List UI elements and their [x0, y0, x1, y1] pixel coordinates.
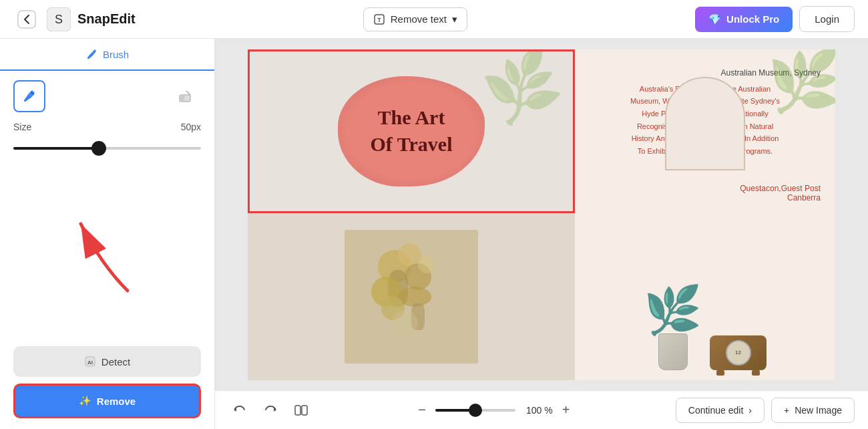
plant-leaves: 🌿 — [644, 287, 702, 333]
vase-card: 🌿 12 — [575, 213, 835, 380]
clock-face: 12 — [726, 340, 751, 366]
bottom-toolbar: − 100 % + Continue edit › + New Image — [215, 390, 868, 429]
remove-text-button[interactable]: T Remove text ▾ — [363, 7, 467, 31]
login-button[interactable]: Login — [799, 6, 855, 32]
svg-rect-0 — [18, 11, 35, 28]
toolbar-left — [228, 399, 312, 422]
continue-arrow-icon: › — [748, 405, 752, 416]
clock-foot-right — [752, 370, 760, 376]
eraser-icon — [177, 88, 193, 104]
new-image-button[interactable]: + New Image — [771, 398, 855, 423]
zoom-plus-button[interactable]: + — [560, 400, 573, 420]
toolbar-right: Continue edit › + New Image — [676, 398, 855, 423]
unlock-pro-button[interactable]: 💎 Unlock Pro — [695, 7, 793, 32]
zoom-slider[interactable] — [435, 409, 515, 412]
zoom-minus-button[interactable]: − — [415, 400, 429, 420]
arrow-area — [0, 166, 214, 335]
art-text: The Art Of Travel — [370, 104, 452, 158]
flower-pattern — [351, 237, 471, 357]
vase-scene: 🌿 12 — [644, 287, 767, 370]
arch-area — [590, 158, 821, 184]
sidebar-bottom: AI Detect ✨ Remove — [0, 335, 214, 429]
text-icon: T — [373, 13, 385, 25]
logo-icon: S — [47, 7, 71, 31]
ai-icon: AI — [84, 355, 96, 368]
continue-edit-button[interactable]: Continue edit › — [676, 398, 765, 423]
split-view-button[interactable] — [290, 399, 312, 422]
header-right: 💎 Unlock Pro Login — [695, 6, 855, 32]
toolbar-center: − 100 % + — [415, 400, 572, 420]
clock-body: 12 — [710, 335, 767, 370]
header-left: S SnapEdit — [13, 6, 136, 33]
back-button[interactable] — [13, 6, 40, 33]
arch-decoration — [665, 77, 745, 170]
brush-tab-label: Brush — [103, 49, 129, 60]
vase-body — [658, 333, 688, 370]
detect-button[interactable]: AI Detect — [13, 346, 201, 377]
image-collage: 🌿 The Art Of Travel 🌿 Australian Museum,… — [248, 49, 835, 380]
canvas-area: 🌿 The Art Of Travel 🌿 Australian Museum,… — [215, 39, 868, 429]
zoom-percent: 100 % — [526, 405, 553, 416]
brush-size-slider[interactable] — [13, 147, 201, 150]
undo-button[interactable] — [228, 399, 251, 422]
sidebar-tabs: Brush — [0, 39, 214, 71]
remove-label: Remove — [97, 396, 136, 407]
flower-box — [345, 230, 478, 364]
art-blob: The Art Of Travel — [338, 76, 485, 186]
leaf-decoration: 🌿 — [475, 49, 569, 132]
canvas-content: 🌿 The Art Of Travel 🌿 Australian Museum,… — [215, 39, 868, 390]
flowers-card — [248, 213, 575, 380]
header: S SnapEdit T Remove text ▾ 💎 Unlock Pro … — [0, 0, 868, 39]
svg-rect-6 — [180, 95, 184, 102]
unlock-pro-label: Unlock Pro — [726, 13, 779, 25]
questacon-text: Questacon,Guest Post Canberra — [590, 184, 821, 202]
brush-tool-icon — [21, 88, 37, 104]
tutorial-arrow — [47, 197, 168, 304]
main-layout: Brush Size 50px — [0, 39, 868, 429]
continue-label: Continue edit — [688, 405, 744, 416]
remove-text-label: Remove text — [391, 13, 447, 25]
svg-text:AI: AI — [87, 360, 93, 366]
dropdown-icon: ▾ — [452, 13, 457, 25]
brush-tool-button[interactable] — [13, 80, 45, 112]
brush-tab[interactable]: Brush — [0, 39, 214, 71]
undo-icon — [232, 403, 247, 418]
zoom-plus-icon: + — [562, 402, 570, 417]
branch-decoration: 🌿 — [767, 49, 835, 116]
svg-rect-12 — [295, 406, 300, 415]
split-view-icon — [294, 403, 308, 418]
size-value: 50px — [181, 122, 201, 132]
header-center: T Remove text ▾ — [363, 7, 467, 31]
clock-foot-left — [716, 370, 724, 376]
svg-text:S: S — [55, 13, 63, 26]
museum-card: 🌿 Australian Museum, Sydney Australia's … — [575, 49, 835, 213]
login-label: Login — [815, 13, 839, 25]
sparkle-icon: ✨ — [79, 395, 91, 407]
size-row: Size 50px — [0, 119, 214, 138]
svg-text:T: T — [377, 17, 381, 23]
redo-button[interactable] — [259, 399, 282, 422]
remove-button[interactable]: ✨ Remove — [13, 384, 201, 418]
brush-icon — [85, 48, 97, 60]
detect-label: Detect — [101, 356, 130, 368]
art-card: 🌿 The Art Of Travel — [248, 49, 575, 213]
size-label: Size — [13, 122, 31, 132]
sidebar: Brush Size 50px — [0, 39, 215, 429]
eraser-tool-button[interactable] — [169, 80, 201, 112]
diamond-icon: 💎 — [708, 13, 721, 25]
zoom-minus-icon: − — [418, 402, 426, 417]
redo-icon — [263, 403, 278, 418]
svg-rect-13 — [302, 406, 307, 415]
new-image-plus-icon: + — [784, 405, 789, 416]
tool-icons-row — [0, 71, 214, 119]
plant-group: 🌿 — [644, 287, 702, 370]
slider-row — [0, 138, 214, 166]
logo-text: SnapEdit — [77, 11, 136, 27]
new-image-label: New Image — [795, 405, 842, 416]
